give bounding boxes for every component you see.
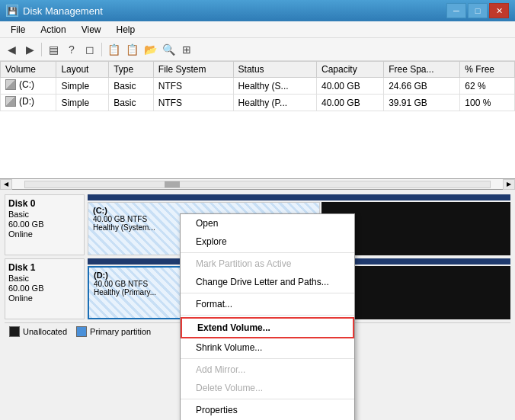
cell-volume: (D:) bbox=[1, 95, 56, 111]
legend-unallocated: Unallocated bbox=[9, 326, 67, 337]
help-icon-button[interactable]: ? bbox=[63, 41, 80, 58]
menu-help[interactable]: Help bbox=[109, 23, 143, 37]
legend-unalloc-box bbox=[9, 326, 20, 337]
scroll-left-button[interactable]: ◀ bbox=[0, 179, 12, 190]
menu-view[interactable]: View bbox=[74, 23, 109, 37]
ctx-sep-5 bbox=[181, 399, 354, 399]
disk-0-status: Online bbox=[8, 229, 81, 239]
col-status: Status bbox=[233, 62, 316, 78]
legend-primary-box bbox=[76, 326, 87, 337]
cell-status: Healthy (S... bbox=[233, 78, 316, 95]
title-bar: 💾 Disk Management ─ □ ✕ bbox=[0, 0, 515, 21]
col-percentfree: % Free bbox=[460, 62, 515, 78]
cell-freespace: 24.66 GB bbox=[384, 78, 460, 95]
cell-volume: (C:) bbox=[1, 78, 56, 95]
legend-primary: Primary partition bbox=[76, 326, 151, 337]
col-layout: Layout bbox=[56, 62, 109, 78]
cell-capacity: 40.00 GB bbox=[316, 95, 383, 111]
ctx-sep-3 bbox=[181, 315, 354, 316]
menu-file[interactable]: File bbox=[3, 23, 33, 37]
toolbar: ◀ ▶ ▤ ? ◻ 📋 📋 📂 🔍 ⊞ bbox=[0, 38, 515, 61]
ctx-explore[interactable]: Explore bbox=[181, 232, 354, 251]
ctx-delete-volume: Delete Volume... bbox=[181, 379, 354, 397]
cell-freespace: 39.91 GB bbox=[384, 95, 460, 111]
horizontal-scrollbar[interactable]: ◀ ▶ bbox=[0, 179, 515, 190]
cell-type: Basic bbox=[109, 95, 154, 111]
cell-status: Healthy (P... bbox=[233, 95, 316, 111]
ctx-sep-1 bbox=[181, 252, 354, 253]
view-toggle-button[interactable]: ▤ bbox=[45, 41, 62, 58]
scroll-right-button[interactable]: ▶ bbox=[503, 179, 515, 190]
menu-bar: File Action View Help bbox=[0, 21, 515, 38]
scroll-thumb[interactable] bbox=[165, 181, 180, 188]
col-capacity: Capacity bbox=[316, 62, 383, 78]
ctx-properties[interactable]: Properties bbox=[181, 401, 354, 419]
col-filesystem: File System bbox=[153, 62, 233, 78]
cell-fs: NTFS bbox=[153, 78, 233, 95]
paste-button[interactable]: 📋 bbox=[123, 41, 140, 58]
cell-layout: Simple bbox=[56, 95, 109, 111]
ctx-add-mirror: Add Mirror... bbox=[181, 361, 354, 379]
disk-1-name: Disk 1 bbox=[8, 262, 81, 273]
search-button[interactable]: 🔍 bbox=[160, 41, 177, 58]
ctx-change-letter[interactable]: Change Drive Letter and Paths... bbox=[181, 273, 354, 291]
disk-0-label: Disk 0 Basic 60.00 GB Online bbox=[5, 194, 85, 255]
maximize-button[interactable]: □ bbox=[468, 3, 488, 18]
disk-0-size: 60.00 GB bbox=[8, 220, 81, 229]
disk-table-container: Volume Layout Type File System Status Ca… bbox=[0, 61, 515, 179]
disk-1-label: Disk 1 Basic 60.00 GB Online bbox=[5, 258, 85, 319]
close-button[interactable]: ✕ bbox=[489, 3, 509, 18]
toolbar-separator-2 bbox=[101, 43, 102, 56]
disk-icon bbox=[5, 96, 16, 107]
cell-layout: Simple bbox=[56, 78, 109, 95]
app-icon: 💾 bbox=[6, 5, 18, 17]
cell-capacity: 40.00 GB bbox=[316, 78, 383, 95]
ctx-format[interactable]: Format... bbox=[181, 295, 354, 313]
col-freespace: Free Spa... bbox=[384, 62, 460, 78]
ctx-shrink-volume[interactable]: Shrink Volume... bbox=[181, 338, 354, 357]
scroll-track[interactable] bbox=[24, 181, 491, 188]
menu-action[interactable]: Action bbox=[33, 23, 73, 37]
window-controls: ─ □ ✕ bbox=[446, 3, 509, 18]
ctx-sep-4 bbox=[181, 358, 354, 359]
ctx-sep-2 bbox=[181, 293, 354, 293]
disk-1-status: Online bbox=[8, 293, 81, 303]
disk-1-type: Basic bbox=[8, 274, 81, 283]
disk-0-type: Basic bbox=[8, 210, 81, 219]
toolbar-separator-1 bbox=[41, 43, 42, 56]
col-type: Type bbox=[109, 62, 154, 78]
ctx-extend-volume[interactable]: Extend Volume... bbox=[181, 317, 354, 338]
cell-type: Basic bbox=[109, 78, 154, 95]
forward-button[interactable]: ▶ bbox=[21, 41, 38, 58]
window-title: Disk Management bbox=[23, 5, 103, 17]
col-volume: Volume bbox=[1, 62, 56, 78]
disk-table: Volume Layout Type File System Status Ca… bbox=[0, 61, 515, 111]
legend-primary-label: Primary partition bbox=[90, 327, 151, 336]
cell-percentfree: 100 % bbox=[460, 95, 515, 111]
toolbar-icon-3[interactable]: ◻ bbox=[82, 41, 98, 58]
disk-icon bbox=[5, 79, 16, 90]
open-folder-button[interactable]: 📂 bbox=[142, 41, 158, 58]
disk-1-size: 60.00 GB bbox=[8, 284, 81, 293]
back-button[interactable]: ◀ bbox=[3, 41, 20, 58]
grid-button[interactable]: ⊞ bbox=[178, 41, 195, 58]
ctx-mark-active: Mark Partition as Active bbox=[181, 255, 354, 273]
table-row[interactable]: (D:) Simple Basic NTFS Healthy (P... 40.… bbox=[1, 95, 515, 111]
cell-percentfree: 62 % bbox=[460, 78, 515, 95]
copy-button[interactable]: 📋 bbox=[105, 41, 122, 58]
minimize-button[interactable]: ─ bbox=[446, 3, 466, 18]
context-menu: Open Explore Mark Partition as Active Ch… bbox=[180, 213, 355, 420]
legend-unalloc-label: Unallocated bbox=[23, 327, 67, 336]
ctx-open[interactable]: Open bbox=[181, 214, 354, 232]
table-row[interactable]: (C:) Simple Basic NTFS Healthy (S... 40.… bbox=[1, 78, 515, 95]
disk-0-name: Disk 0 bbox=[8, 198, 81, 209]
cell-fs: NTFS bbox=[153, 95, 233, 111]
